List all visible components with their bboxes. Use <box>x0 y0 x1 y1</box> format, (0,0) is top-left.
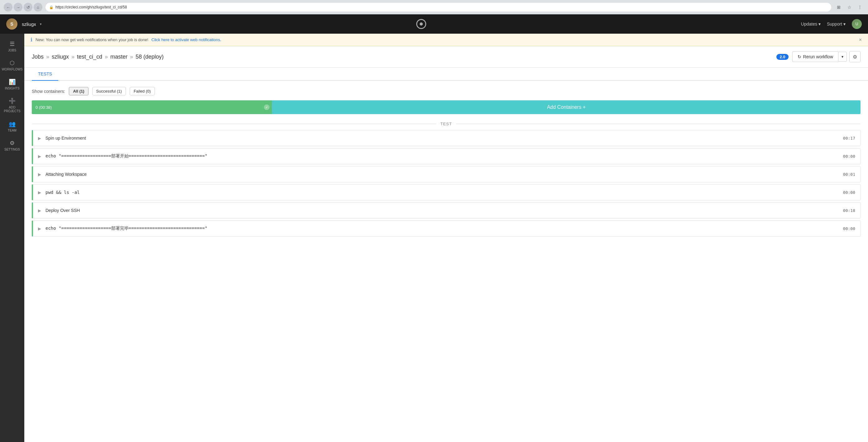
sidebar-label-workflows: WORKFLOWS <box>2 68 23 71</box>
step-name-2: Attaching Workspace <box>45 172 843 177</box>
rerun-icon: ↻ <box>798 54 801 59</box>
container-bar: 0 (00:38) ✓ Add Containers + <box>32 100 861 114</box>
address-bar[interactable]: 🔒 https://circleci.com/gh/szliugx/test_c… <box>45 3 831 11</box>
expand-icon-5: ▶ <box>38 226 41 231</box>
rerun-workflow-button[interactable]: ↻ Rerun workflow <box>792 52 838 62</box>
breadcrumb-branch[interactable]: master <box>110 54 127 60</box>
breadcrumb-sep-1: » <box>46 54 49 60</box>
build-settings-button[interactable]: ⚙ <box>849 51 861 62</box>
sidebar-label-add-projects: ADDPROJECTS <box>4 106 20 113</box>
rerun-button-group: ↻ Rerun workflow ▾ <box>792 52 847 62</box>
main-layout: ☰ JOBS ⬡ WORKFLOWS 📊 INSIGHTS ➕ ADDPROJE… <box>0 34 868 442</box>
container-time: (00:38) <box>39 105 52 110</box>
rerun-dropdown-button[interactable]: ▾ <box>838 52 847 62</box>
info-icon: ℹ <box>31 37 32 43</box>
main-content: Show containers: All (1) Successful (1) … <box>24 81 868 245</box>
browser-chrome: ← → ↺ ⌂ 🔒 https://circleci.com/gh/szliug… <box>0 0 868 14</box>
expand-icon-2: ▶ <box>38 172 41 177</box>
expand-icon-1: ▶ <box>38 154 41 159</box>
extensions-button[interactable]: ⊞ <box>834 3 843 11</box>
container-used: 0 (00:38) ✓ <box>32 100 272 114</box>
filter-failed-button[interactable]: Failed (0) <box>130 87 155 95</box>
step-time-1: 00:00 <box>843 154 855 159</box>
notification-banner: ℹ New: You can now get web notifications… <box>24 34 868 46</box>
updates-button[interactable]: Updates ▾ <box>801 22 820 27</box>
support-button[interactable]: Support ▾ <box>827 22 845 27</box>
container-check-icon: ✓ <box>264 105 270 110</box>
team-icon: 👥 <box>9 121 16 127</box>
step-name-1: echo "===================部署开始===========… <box>45 153 843 159</box>
add-projects-icon: ➕ <box>9 97 16 105</box>
sidebar-label-team: TEAM <box>8 129 17 132</box>
settings-icon: ⚙ <box>10 140 14 147</box>
insights-icon: 📊 <box>9 79 16 85</box>
step-row[interactable]: ▶ Spin up Environment 00:17 <box>32 130 861 146</box>
breadcrumb-sep-2: » <box>71 54 74 60</box>
sidebar-item-jobs[interactable]: ☰ JOBS <box>0 37 24 56</box>
breadcrumb-sep-4: » <box>130 54 133 60</box>
sidebar-item-team[interactable]: 👥 TEAM <box>0 117 24 136</box>
version-badge: 2.0 <box>776 54 788 60</box>
breadcrumb-org[interactable]: szliugx <box>52 54 69 60</box>
step-time-0: 00:17 <box>843 136 855 141</box>
bookmark-button[interactable]: ☆ <box>845 3 854 11</box>
sidebar-label-jobs: JOBS <box>8 49 16 52</box>
add-containers-button[interactable]: Add Containers + <box>272 100 861 114</box>
step-row[interactable]: ▶ echo "===================部署开始=========… <box>32 148 861 164</box>
tab-tests[interactable]: TESTS <box>32 68 58 81</box>
expand-icon-3: ▶ <box>38 190 41 195</box>
container-index: 0 <box>35 105 38 110</box>
step-time-3: 00:00 <box>843 190 855 195</box>
expand-icon-4: ▶ <box>38 208 41 213</box>
forward-button[interactable]: → <box>14 3 23 11</box>
step-row[interactable]: ▶ Deploy Over SSH 00:18 <box>32 202 861 218</box>
rerun-label: Rerun workflow <box>803 54 833 59</box>
content-area: ℹ New: You can now get web notifications… <box>24 34 868 442</box>
sidebar-item-add-projects[interactable]: ➕ ADDPROJECTS <box>0 94 24 117</box>
org-avatar: S <box>6 19 18 30</box>
workflows-icon: ⬡ <box>10 60 14 66</box>
url-text: https://circleci.com/gh/szliugx/test_ci_… <box>56 5 127 9</box>
step-row[interactable]: ▶ echo "===================部署完毕=========… <box>32 220 861 237</box>
tab-strip: TESTS <box>24 68 868 81</box>
step-row[interactable]: ▶ Attaching Workspace 00:01 <box>32 166 861 182</box>
top-nav-left: S szliugx ▾ <box>6 19 42 30</box>
breadcrumb-project[interactable]: test_ci_cd <box>77 54 102 60</box>
top-nav: S szliugx ▾ Updates ▾ Support ▾ U <box>0 14 868 34</box>
breadcrumb-jobs[interactable]: Jobs <box>32 54 43 60</box>
menu-button[interactable]: ⋮ <box>856 3 864 11</box>
notification-text: New: You can now get web notifications w… <box>35 37 148 42</box>
step-name-4: Deploy Over SSH <box>45 208 843 213</box>
sidebar-item-workflows[interactable]: ⬡ WORKFLOWS <box>0 56 24 75</box>
app: S szliugx ▾ Updates ▾ Support ▾ U <box>0 14 868 442</box>
user-avatar-small[interactable]: U <box>852 19 862 29</box>
logo-circle <box>416 19 426 29</box>
circleci-logo <box>415 19 427 30</box>
home-button[interactable]: ⌂ <box>34 3 42 11</box>
logo-inner <box>420 23 423 26</box>
breadcrumb: Jobs » szliugx » test_ci_cd » master » 5… <box>32 54 776 60</box>
jobs-icon: ☰ <box>10 40 14 48</box>
step-row[interactable]: ▶ pwd && ls -al 00:00 <box>32 184 861 200</box>
filter-successful-button[interactable]: Successful (1) <box>92 87 126 95</box>
step-time-2: 00:01 <box>843 172 855 177</box>
breadcrumb-build: 58 (deploy) <box>135 54 163 60</box>
filter-label: Show containers: <box>32 89 65 94</box>
expand-icon-0: ▶ <box>38 136 41 141</box>
sidebar-item-settings[interactable]: ⚙ SETTINGS <box>0 136 24 155</box>
top-nav-right: Updates ▾ Support ▾ U <box>801 19 862 29</box>
section-line-left <box>32 124 436 124</box>
breadcrumb-sep-3: » <box>105 54 108 60</box>
notification-link[interactable]: Click here to activate web notifications… <box>151 37 221 42</box>
section-line-right <box>456 124 861 124</box>
section-label: TEST <box>440 122 452 126</box>
refresh-button[interactable]: ↺ <box>24 3 32 11</box>
top-nav-center <box>42 19 801 30</box>
sidebar-item-insights[interactable]: 📊 INSIGHTS <box>0 75 24 94</box>
filter-all-button[interactable]: All (1) <box>69 87 88 95</box>
sidebar: ☰ JOBS ⬡ WORKFLOWS 📊 INSIGHTS ➕ ADDPROJE… <box>0 34 24 442</box>
page-header: Jobs » szliugx » test_ci_cd » master » 5… <box>24 46 868 68</box>
back-button[interactable]: ← <box>4 3 12 11</box>
notification-close-button[interactable]: × <box>859 37 862 43</box>
sidebar-label-insights: INSIGHTS <box>5 87 19 90</box>
